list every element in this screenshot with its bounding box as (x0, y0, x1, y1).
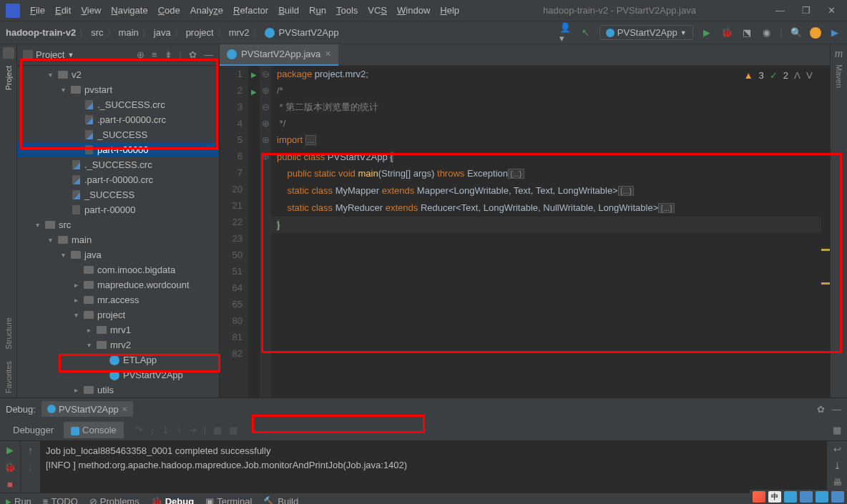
expand-all-icon[interactable]: ≡ (152, 49, 157, 60)
project-tool-label[interactable]: Project (4, 61, 13, 94)
coverage-icon[interactable]: ⬔ (740, 26, 753, 39)
soft-wrap-icon[interactable]: ↩ (833, 444, 841, 455)
menu-tools[interactable]: Tools (332, 5, 362, 16)
crumb[interactable]: src (91, 27, 103, 38)
up-stack-icon[interactable]: ↑ (25, 444, 36, 455)
tree-row[interactable]: ETLApp (17, 352, 219, 367)
editor-tab[interactable]: PVStartV2App.java ✕ (220, 44, 338, 66)
tree-row[interactable]: com.imooc.bigdata (17, 262, 219, 277)
user-icon[interactable]: 👤▾ (559, 26, 572, 39)
crumb[interactable]: PVStartV2App (279, 27, 339, 38)
tree-row[interactable]: ▸mr.access (17, 292, 219, 307)
project-tool-icon[interactable] (3, 47, 14, 59)
crumb[interactable]: hadoop-train-v2 (6, 27, 76, 38)
tree-row[interactable]: ▾src (17, 217, 219, 232)
close-debug-tab-icon[interactable]: ✕ (122, 405, 127, 413)
menu-build[interactable]: Build (274, 5, 303, 16)
minimize-button[interactable]: — (775, 5, 785, 16)
ime-menu-icon[interactable] (831, 491, 844, 503)
run-tool[interactable]: ▶Run (6, 496, 31, 504)
collapse-all-icon[interactable]: ⇟ (165, 49, 172, 60)
ime-punct-icon[interactable] (784, 491, 797, 503)
menu-help[interactable]: Help (436, 5, 464, 16)
run-config-selector[interactable]: PVStartV2App ▼ (599, 25, 693, 40)
tree-row[interactable]: ▸utils (17, 382, 219, 397)
tree-row[interactable]: .part-r-00000.crc (17, 112, 219, 127)
update-icon[interactable] (810, 27, 821, 39)
select-opened-icon[interactable]: ⊕ (137, 49, 145, 60)
close-tab-icon[interactable]: ✕ (325, 49, 331, 59)
toolbox-icon[interactable]: ▶ (828, 26, 841, 39)
debug-hide-icon[interactable]: — (832, 404, 841, 415)
rerun-debug-icon[interactable]: 🐞 (4, 461, 16, 473)
run-button[interactable]: ▶ (700, 26, 713, 39)
settings-icon[interactable]: ✿ (189, 49, 197, 60)
tree-row[interactable]: ▾main (17, 232, 219, 247)
crumb[interactable]: project (186, 27, 214, 38)
tree-row[interactable]: part-r-00000 (17, 202, 219, 217)
debug-button[interactable]: 🐞 (720, 26, 733, 39)
hide-icon[interactable]: — (204, 49, 213, 60)
debug-tool[interactable]: 🐞Debug (151, 496, 194, 504)
menu-run[interactable]: Run (305, 5, 331, 16)
tree-row[interactable]: PVStartV2App (17, 367, 219, 382)
back-icon[interactable]: ↖ (579, 26, 592, 39)
menu-code[interactable]: Code (154, 5, 185, 16)
debug-tab[interactable]: PVStartV2App ✕ (41, 401, 133, 417)
maximize-button[interactable]: ❐ (802, 5, 811, 16)
menu-file[interactable]: File (26, 5, 49, 16)
tree-row[interactable]: ._SUCCESS.crc (17, 97, 219, 112)
tree-row[interactable]: part-r-00000 (17, 142, 219, 157)
structure-tool-label[interactable]: Structure (4, 313, 13, 354)
debugger-tab[interactable]: Debugger (6, 422, 61, 438)
menu-analyze[interactable]: Analyze (186, 5, 227, 16)
menu-vcs[interactable]: VCS (363, 5, 391, 16)
close-button[interactable]: ✕ (828, 5, 836, 16)
layout-icon[interactable]: ▦ (833, 425, 841, 435)
menu-view[interactable]: View (77, 5, 105, 16)
terminal-tool[interactable]: ▣Terminal (205, 496, 252, 504)
tree-row[interactable]: ▸mrv1 (17, 322, 219, 337)
crumb[interactable]: java (154, 27, 171, 38)
tree-row[interactable]: ▾v2 (17, 67, 219, 82)
crumb[interactable]: main (119, 27, 139, 38)
ime-sogou-icon[interactable] (753, 491, 765, 503)
scroll-end-icon[interactable]: ⤓ (833, 460, 841, 471)
todo-tool[interactable]: ≡TODO (43, 496, 78, 504)
problems-tool[interactable]: ⊘Problems (89, 496, 139, 504)
maven-icon[interactable]: m (835, 47, 843, 60)
tree-row[interactable]: ▾pvstart (17, 82, 219, 97)
tree-row[interactable]: _SUCCESS (17, 127, 219, 142)
tree-row[interactable]: ▾mrv2 (17, 337, 219, 352)
tree-row[interactable]: ._SUCCESS.crc (17, 157, 219, 172)
profile-icon[interactable]: ◉ (760, 26, 773, 39)
menu-edit[interactable]: Edit (51, 5, 75, 16)
menu-refactor[interactable]: Refactor (229, 5, 273, 16)
maven-tool-label[interactable]: Maven (835, 60, 843, 92)
ime-lang-icon[interactable]: 中 (768, 491, 781, 503)
menu-navigate[interactable]: Navigate (107, 5, 152, 16)
ime-mic-icon[interactable] (800, 491, 813, 503)
rerun-icon[interactable]: ▶ (4, 444, 16, 455)
print-icon[interactable]: 🖶 (833, 477, 842, 488)
ime-keyboard-icon[interactable] (816, 491, 828, 503)
tree-row[interactable]: ▸mapreduce.wordcount (17, 277, 219, 292)
down-stack-icon[interactable]: ↓ (25, 461, 36, 473)
console-output[interactable]: Job job_local885463358_0001 completed su… (40, 441, 827, 493)
project-panel-title: Project (36, 49, 64, 60)
code-content[interactable]: package project.mrv2; /* * 第二版本浏览量的统计 */… (271, 66, 830, 397)
search-icon[interactable]: 🔍 (790, 26, 803, 39)
menu-window[interactable]: Window (393, 5, 434, 16)
debug-settings-icon[interactable]: ✿ (817, 404, 825, 415)
inspection-status[interactable]: ▲3 ✓2 ᐱᐯ (744, 70, 813, 81)
tree-row[interactable]: ▾project (17, 307, 219, 322)
tree-row[interactable]: _SUCCESS (17, 187, 219, 202)
crumb[interactable]: mrv2 (229, 27, 250, 38)
tree-row[interactable]: .part-r-00000.crc (17, 172, 219, 187)
build-tool[interactable]: 🔨Build (263, 496, 298, 504)
console-tab[interactable]: Console (64, 422, 124, 438)
tree-row[interactable]: ▾java (17, 247, 219, 262)
stop-icon[interactable]: ■ (4, 478, 16, 490)
error-stripe[interactable] (821, 66, 830, 397)
favorites-tool-label[interactable]: Favorites (4, 357, 13, 397)
